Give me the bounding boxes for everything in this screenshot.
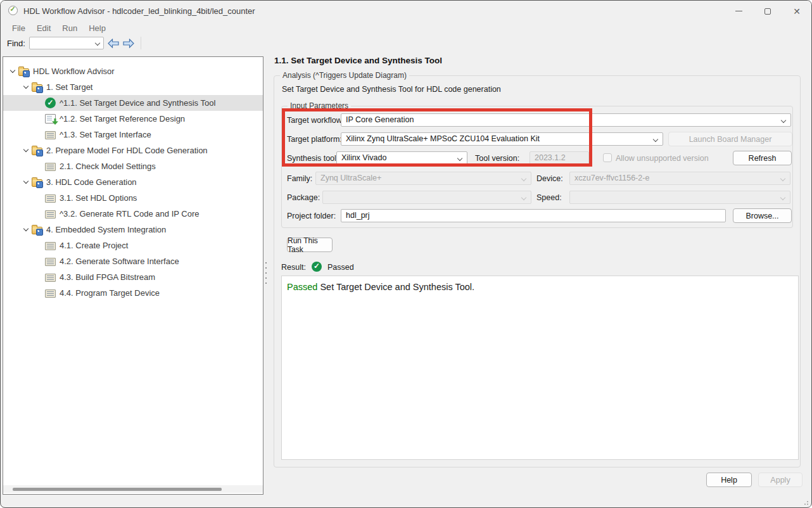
passed-check-icon <box>45 98 56 108</box>
output-message: Set Target Device and Synthesis Tool. <box>317 282 474 292</box>
tree-item-label: 4.2. Generate Software Interface <box>60 257 179 266</box>
help-button[interactable]: Help <box>706 473 752 487</box>
workflow-tree: HDL Workflow Advisor 1. Set Target ^1.1.… <box>3 63 263 301</box>
tree-item[interactable]: ^1.3. Set Target Interface <box>3 127 263 143</box>
tree-item-label: HDL Workflow Advisor <box>33 67 115 76</box>
find-previous-button[interactable] <box>108 39 119 48</box>
tree-item[interactable]: HDL Workflow Advisor <box>3 63 263 79</box>
minimize-button[interactable] <box>724 1 753 22</box>
tree-item-label: ^1.1. Set Target Device and Synthesis To… <box>60 98 215 108</box>
tree-horizontal-scrollbar[interactable] <box>3 485 263 493</box>
ref-design-icon <box>45 114 56 124</box>
chevron-down-icon <box>521 195 526 200</box>
family-value: Zynq UltraScale+ <box>320 174 381 182</box>
chevron-down-icon <box>780 195 785 200</box>
allow-unsupported-checkbox[interactable] <box>603 153 612 162</box>
task-icon <box>45 163 56 171</box>
tree-item-label: 3.1. Set HDL Options <box>60 193 137 203</box>
result-output-area: Passed Set Target Device and Synthesis T… <box>281 276 799 460</box>
expand-chevron-icon[interactable] <box>23 84 28 89</box>
expand-chevron-icon[interactable] <box>23 147 28 152</box>
folder-icon <box>18 68 29 76</box>
refresh-button[interactable]: Refresh <box>733 151 792 165</box>
tree-item[interactable]: ^3.2. Generate RTL Code and IP Core <box>3 206 263 222</box>
folder-icon <box>32 84 42 92</box>
maximize-icon <box>764 8 771 15</box>
run-this-task-button[interactable]: Run This Task <box>287 238 333 252</box>
analysis-group-label: Analysis (^Triggers Update Diagram) <box>280 71 409 80</box>
menu-run[interactable]: Run <box>56 22 83 34</box>
folder-icon <box>32 148 42 155</box>
find-toolbar: Find: <box>1 35 811 51</box>
device-select: xczu7ev-ffvc1156-2-e <box>569 172 790 185</box>
find-label: Find: <box>7 39 25 48</box>
menu-edit[interactable]: Edit <box>31 22 56 34</box>
app-check-icon <box>8 6 18 15</box>
tree-item[interactable]: 3.1. Set HDL Options <box>3 190 263 206</box>
arrow-left-icon <box>108 39 119 48</box>
project-folder-label: Project folder: <box>287 212 336 220</box>
task-icon <box>45 258 56 266</box>
expand-chevron-icon[interactable] <box>23 226 28 231</box>
result-status: Passed <box>327 263 354 272</box>
tree-item[interactable]: 4.3. Build FPGA Bitstream <box>3 269 263 285</box>
tree-item[interactable]: 2. Prepare Model For HDL Code Generation <box>3 143 263 158</box>
tree-item[interactable]: 1. Set Target <box>3 79 263 95</box>
speed-label: Speed: <box>536 193 562 202</box>
tree-item-label: 1. Set Target <box>46 82 92 92</box>
tree-item[interactable]: 4.2. Generate Software Interface <box>3 253 263 269</box>
tree-item-label: 4.1. Create Project <box>60 241 128 250</box>
arrow-right-icon <box>123 39 134 48</box>
tree-item-label: 3. HDL Code Generation <box>46 177 137 187</box>
panel-splitter-handle[interactable] <box>264 262 268 284</box>
minimize-icon <box>735 11 742 11</box>
chevron-down-icon <box>95 41 100 46</box>
launch-board-manager-button[interactable]: Launch Board Manager <box>668 132 792 146</box>
toolbar-separator <box>141 37 141 49</box>
menu-help[interactable]: Help <box>83 22 111 34</box>
titlebar: HDL Workflow Advisor - hdlcoder_led_blin… <box>1 1 811 22</box>
tree-item[interactable]: 4.4. Program Target Device <box>3 285 263 301</box>
result-label: Result: <box>281 263 306 272</box>
chevron-down-icon <box>653 137 658 142</box>
window-resize-grip[interactable] <box>802 498 808 505</box>
browse-button[interactable]: Browse... <box>733 208 792 223</box>
speed-select <box>569 191 790 204</box>
task-icon <box>45 274 56 282</box>
tree-item[interactable]: 3. HDL Code Generation <box>3 174 263 190</box>
find-input[interactable] <box>29 37 104 49</box>
task-title: 1.1. Set Target Device and Synthesis Too… <box>274 56 442 65</box>
task-icon <box>45 210 56 219</box>
apply-button[interactable]: Apply <box>758 473 802 487</box>
tree-item-label: ^1.2. Set Target Reference Design <box>60 114 185 124</box>
expand-chevron-icon[interactable] <box>23 179 28 184</box>
task-icon <box>45 131 56 139</box>
task-icon <box>45 194 56 203</box>
tree-item[interactable]: 2.1. Check Model Settings <box>3 158 263 174</box>
expand-chevron-icon[interactable] <box>10 68 15 73</box>
menubar: File Edit Run Help <box>1 22 811 35</box>
tree-item[interactable]: ^1.2. Set Target Reference Design <box>3 111 263 127</box>
chevron-down-icon <box>781 118 786 123</box>
scrollbar-thumb[interactable] <box>13 488 222 491</box>
package-label: Package: <box>287 193 320 202</box>
device-value: xczu7ev-ffvc1156-2-e <box>574 174 649 182</box>
allow-unsupported-label: Allow unsupported version <box>616 154 709 163</box>
close-button[interactable]: ✕ <box>782 1 811 22</box>
maximize-button[interactable] <box>753 1 782 22</box>
tree-item-label: 2. Prepare Model For HDL Code Generation <box>46 146 208 155</box>
tree-item-label: 4.4. Program Target Device <box>60 288 160 298</box>
project-folder-input[interactable]: hdl_prj <box>341 209 726 222</box>
tree-item[interactable]: 4. Embedded System Integration <box>3 222 263 238</box>
tree-item[interactable]: 4.1. Create Project <box>3 238 263 253</box>
package-select <box>322 191 531 204</box>
tree-item-label: ^1.3. Set Target Interface <box>60 130 151 139</box>
find-next-button[interactable] <box>123 39 134 48</box>
tree-item-label: ^3.2. Generate RTL Code and IP Core <box>60 209 200 219</box>
chevron-down-icon <box>780 176 785 181</box>
close-icon: ✕ <box>793 7 801 16</box>
folder-icon <box>32 179 42 187</box>
menu-file[interactable]: File <box>6 22 31 34</box>
tree-item[interactable]: ^1.1. Set Target Device and Synthesis To… <box>3 95 263 111</box>
task-icon <box>45 289 56 298</box>
